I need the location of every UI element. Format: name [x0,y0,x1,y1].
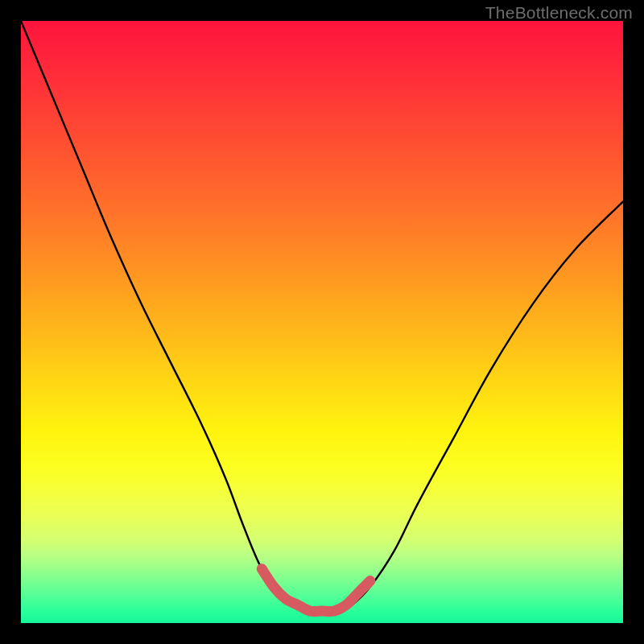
curve-layer [21,21,623,623]
watermark-text: TheBottleneck.com [485,3,633,23]
chart-frame: TheBottleneck.com [0,0,644,644]
plot-area [21,21,623,623]
bottleneck-curve [21,21,623,612]
trough-highlight [262,569,370,612]
